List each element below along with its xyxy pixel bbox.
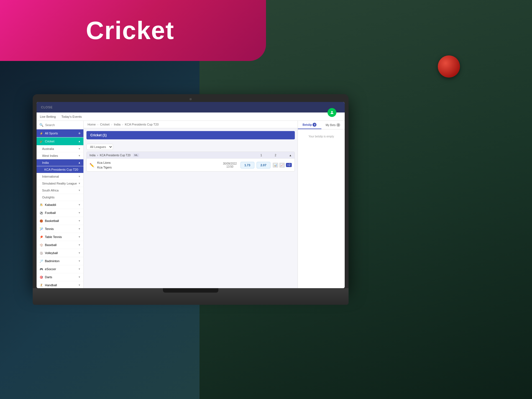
laptop-notch <box>163 288 218 293</box>
team-1-name: Kca Lions <box>97 160 219 165</box>
table-row: ✏️ Kca Lions Kca Tigers 30/09/2022 13:50… <box>87 158 295 171</box>
match-section: India › KCA Presidents Cup T20 ML 1 2 ▲ … <box>86 152 295 172</box>
outrights-label: Outrights <box>42 196 55 199</box>
sidebar-item-australia[interactable]: Australia ▼ <box>37 145 83 152</box>
all-sports-icon: ⚡ <box>39 131 43 135</box>
kabaddi-icon: 🤼 <box>39 203 43 207</box>
sidebar-item-football[interactable]: ⚽ Football ▼ <box>37 209 83 217</box>
esoccer-expand-icon: ▼ <box>78 268 81 270</box>
sidebar-item-simulated-reality[interactable]: Simulated Reality League ▼ <box>37 180 83 187</box>
india-label: India <box>42 161 49 164</box>
breadcrumb-sep-1: › <box>97 123 98 126</box>
sidebar-item-baseball[interactable]: ⚾ Baseball ▼ <box>37 241 83 249</box>
sidebar-item-india[interactable]: India ▲ <box>37 159 83 166</box>
sidebar-item-international[interactable]: International ▼ <box>37 173 83 180</box>
close-button[interactable]: CLOSE <box>41 106 53 109</box>
sidebar-search-bar[interactable]: 🔍 <box>37 121 83 129</box>
betslip-tab-label: Betslip <box>303 123 312 126</box>
cricket-icon: 🏏 <box>39 139 43 143</box>
search-input[interactable] <box>45 123 81 127</box>
all-leagues-filter[interactable]: All Leagues <box>86 144 113 150</box>
nav-todays-events[interactable]: Today's Events <box>61 115 82 118</box>
sidebar-item-volleyball[interactable]: 🏐 Volleyball ▼ <box>37 249 83 257</box>
tab-betslip[interactable]: Betslip 0 <box>298 121 321 129</box>
main-content: Home › Cricket › India › KCA Presidents … <box>84 121 298 288</box>
sidebar-item-badminton[interactable]: 🏸 Badminton ▼ <box>37 257 83 265</box>
australia-expand-icon: ▼ <box>78 147 81 150</box>
simulated-reality-expand-icon: ▼ <box>78 182 81 185</box>
svg-point-0 <box>331 111 332 112</box>
football-label: Football <box>45 211 56 214</box>
more-markets-badge[interactable]: +2 <box>286 163 292 167</box>
breadcrumb-league[interactable]: KCA Presidents Cup T20 <box>125 123 158 126</box>
laptop-container: CLOSE Live Betting Today's Events <box>33 94 349 305</box>
sidebar: 🔍 ⚡ All Sports ⊕ 🏏 <box>37 121 84 288</box>
section-collapse-icon[interactable]: ▲ <box>289 154 292 157</box>
sidebar-item-west-indies[interactable]: West Indies ▼ <box>37 152 83 159</box>
tennis-label: Tennis <box>45 227 54 231</box>
nav-bar: Live Betting Today's Events <box>37 112 345 121</box>
sidebar-item-all-sports[interactable]: ⚡ All Sports ⊕ <box>37 129 83 137</box>
sidebar-item-south-africa[interactable]: South Africa ▼ <box>37 187 83 194</box>
chart-icon[interactable]: 📈 <box>279 163 285 168</box>
west-indies-expand-icon: ▼ <box>78 154 81 157</box>
tennis-expand-icon: ▼ <box>78 227 81 230</box>
match-datetime: 30/09/2022 13:50 <box>222 162 238 168</box>
south-africa-expand-icon: ▼ <box>78 189 81 192</box>
cricket-count-label: Cricket (1) <box>90 133 107 137</box>
volleyball-label: Volleyball <box>45 251 58 255</box>
sidebar-item-handball[interactable]: 🤾 Handball ▼ <box>37 281 83 288</box>
breadcrumb-sep-2: › <box>111 123 112 126</box>
section-col1: 1 <box>260 154 262 157</box>
handball-label: Handball <box>45 283 57 287</box>
badminton-label: Badminton <box>45 259 60 263</box>
section-sep: › <box>97 154 98 157</box>
breadcrumb: Home › Cricket › India › KCA Presidents … <box>84 121 298 128</box>
cricket-section-header: Cricket (1) <box>86 131 295 139</box>
esoccer-label: eSoccer <box>45 267 56 271</box>
match-date: 30/09/2022 <box>222 162 238 165</box>
table-tennis-icon: 🏓 <box>39 235 43 239</box>
handball-expand-icon: ▼ <box>78 284 81 287</box>
laptop-screen: CLOSE Live Betting Today's Events <box>33 94 349 288</box>
betslip-tabs: Betslip 0 My Bets 0 <box>298 121 345 129</box>
section-region: India <box>89 154 96 157</box>
sidebar-item-darts[interactable]: 🎯 Darts ▼ <box>37 273 83 281</box>
breadcrumb-india[interactable]: India <box>114 123 121 126</box>
darts-icon: 🎯 <box>39 275 43 279</box>
table-tennis-expand-icon: ▼ <box>78 236 81 238</box>
odds-button-2[interactable]: 2.07 <box>257 162 270 168</box>
breadcrumb-home[interactable]: Home <box>88 123 96 126</box>
sidebar-item-tennis[interactable]: 🎾 Tennis ▼ <box>37 225 83 233</box>
betslip-panel: Betslip 0 My Bets 0 Your betslip is empt… <box>298 121 345 288</box>
tennis-icon: 🎾 <box>39 227 43 231</box>
basketball-icon: 🏀 <box>39 219 43 223</box>
sidebar-item-outrights[interactable]: Outrights <box>37 194 83 201</box>
sidebar-item-kca-presidents[interactable]: KCA Presidents Cup T20 <box>37 166 83 173</box>
sidebar-item-cricket[interactable]: 🏏 Cricket ▲ <box>37 137 83 145</box>
betslip-count-badge: 0 <box>313 123 316 127</box>
darts-label: Darts <box>45 275 52 279</box>
odds-button-1[interactable]: 1.73 <box>241 162 254 168</box>
sidebar-item-table-tennis[interactable]: 🏓 Table Tennis ▼ <box>37 233 83 241</box>
international-expand-icon: ▼ <box>78 175 81 178</box>
section-col2: 2 <box>275 154 277 157</box>
tab-my-bets[interactable]: My Bets 0 <box>321 121 345 129</box>
kabaddi-expand-icon: ▼ <box>78 203 81 206</box>
stats-icon[interactable]: 📊 <box>273 163 278 168</box>
table-tennis-label: Table Tennis <box>45 235 62 239</box>
hero-banner: Cricket <box>0 0 266 61</box>
sidebar-item-esoccer[interactable]: 🎮 eSoccer ▼ <box>37 265 83 273</box>
baseball-expand-icon: ▼ <box>78 244 81 246</box>
sidebar-item-kabaddi[interactable]: 🤼 Kabaddi ▼ <box>37 201 83 209</box>
esoccer-icon: 🎮 <box>39 267 43 271</box>
camera <box>190 98 192 100</box>
betslip-empty-message: Your betslip is empty <box>298 129 345 144</box>
nav-live-betting[interactable]: Live Betting <box>40 115 56 118</box>
breadcrumb-cricket[interactable]: Cricket <box>100 123 109 126</box>
cricket-match-icon: ✏️ <box>89 163 95 167</box>
badminton-expand-icon: ▼ <box>78 260 81 262</box>
sidebar-item-basketball[interactable]: 🏀 Basketball ▼ <box>37 217 83 225</box>
baseball-label: Baseball <box>45 243 57 247</box>
user-avatar-button[interactable] <box>328 108 336 117</box>
